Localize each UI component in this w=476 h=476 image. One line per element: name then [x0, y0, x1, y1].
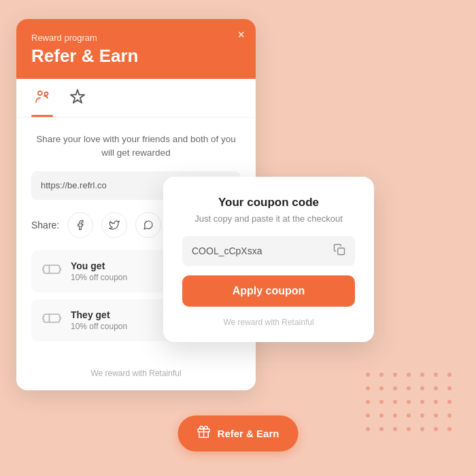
svg-point-0 [38, 91, 42, 95]
tab-rewards[interactable] [67, 79, 88, 117]
coupon-code-text: COOL_cCpXsxa [192, 245, 333, 256]
share-description: Share your love with your friends and bo… [31, 133, 241, 160]
share-label: Share: [31, 220, 59, 231]
whatsapp-share-button[interactable] [135, 212, 161, 238]
svg-rect-5 [338, 248, 345, 255]
tabs-row [16, 79, 256, 118]
facebook-share-button[interactable] [67, 212, 93, 238]
refer-tab-icon [34, 91, 50, 108]
close-button[interactable]: × [237, 29, 245, 41]
header-title: Refer & Earn [31, 46, 241, 67]
decorative-dots [366, 373, 456, 435]
gift-icon [197, 425, 211, 442]
rewards-tab-icon [69, 91, 86, 108]
they-get-title: They get [71, 309, 127, 320]
they-get-icon [42, 309, 61, 332]
coupon-code-field: COOL_cCpXsxa [182, 236, 355, 266]
coupon-title: Your coupon code [182, 196, 355, 209]
svg-point-1 [45, 92, 48, 96]
coupon-description: Just copy and paste it at the checkout [182, 214, 355, 224]
they-get-text: They get 10% off coupon [71, 309, 127, 331]
you-get-icon [42, 260, 61, 283]
coupon-footer: We reward with Retainful [182, 318, 355, 327]
you-get-text: You get 10% off coupon [71, 260, 127, 282]
main-card-footer: We reward with Retainful [16, 360, 256, 390]
refer-earn-label: Refer & Earn [218, 428, 279, 439]
tab-refer[interactable] [31, 79, 53, 117]
header-subtitle: Reward program [31, 33, 241, 43]
twitter-share-button[interactable] [101, 212, 127, 238]
you-get-subtitle: 10% off coupon [71, 273, 127, 282]
copy-coupon-button[interactable] [333, 243, 345, 258]
you-get-title: You get [71, 260, 127, 271]
card-header: Reward program Refer & Earn × [16, 19, 256, 79]
refer-earn-button[interactable]: Refer & Earn [178, 415, 299, 452]
coupon-card: Your coupon code Just copy and paste it … [163, 177, 374, 342]
apply-coupon-button[interactable]: Apply coupon [182, 275, 355, 307]
they-get-subtitle: 10% off coupon [71, 322, 127, 331]
